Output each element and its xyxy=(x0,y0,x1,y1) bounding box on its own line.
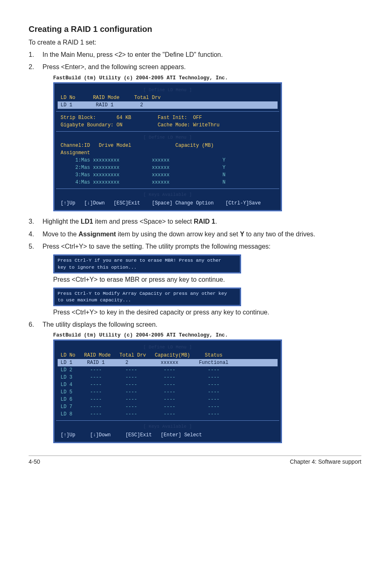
page-number: 4-50 xyxy=(29,458,40,465)
bios-message-box: Press Ctrl-Y to Modify Array Capacity or… xyxy=(53,287,241,306)
bios-selected-row: LD 1 RAID 1 2 xxxxxx Functional xyxy=(58,359,278,366)
step-text-bold: Assignment xyxy=(78,231,116,238)
step-text: Highlight the LD1 item and press <Space>… xyxy=(43,217,361,226)
bios-section-label: [ Define LD Menu ] xyxy=(58,87,278,94)
step-text-part: . xyxy=(215,218,217,225)
step-text-part: item by using the down arrow key and set xyxy=(116,231,240,238)
bios-panel-define-ld: [ Define LD Menu ] LD No RAID Mode Total… xyxy=(53,82,282,212)
step-text-bold: LD1 xyxy=(81,218,93,225)
bios-option-row: Strip Block: 64 KB Fast Init: OFF xyxy=(58,114,278,121)
section-heading: Creating a RAID 1 configuration xyxy=(29,25,361,34)
bios-keys-row: [↑]Up [↓]Down [ESC]Exit [Space] Change O… xyxy=(58,200,278,207)
step-number: 4. xyxy=(29,230,43,239)
chapter-title: Chapter 4: Software support xyxy=(290,458,361,465)
bios-ld-row: LD 2 ---- ---- ---- ---- xyxy=(58,366,278,374)
bios-header: Channel:ID Drive Model Capacity (MB) xyxy=(58,142,278,149)
bios-message-line: Press Ctrl-Y to Modify Array Capacity or… xyxy=(58,290,237,297)
bios-keys-row: [↑]Up [↓]Down [ESC]Exit [Enter] Select xyxy=(58,431,278,439)
bios-option-row: Gigabyte Boundary: ON Cache Mode: WriteT… xyxy=(58,121,278,129)
bios-header: LD No RAID Mode Total Drv xyxy=(58,94,278,101)
bios-section-label: [ Define LD Menu ] xyxy=(58,134,278,141)
bios-header: LD No RAID Mode Total Drv Capacity(MB) S… xyxy=(58,352,278,359)
bios-section-label: [ Keys Available ] xyxy=(58,423,278,430)
bios-title: FastBuild (tm) Utility (c) 2004-2005 ATI… xyxy=(53,75,282,81)
bios-drive-row: 4:Mas xxxxxxxxx xxxxxx N xyxy=(58,179,278,186)
step-number: 1. xyxy=(29,50,43,59)
bios-ld-row: LD 4 ---- ---- ---- ---- xyxy=(58,381,278,388)
step-text: Press <Enter>, and the following screen … xyxy=(43,63,361,72)
bios-ld-row: LD 6 ---- ---- ---- ---- xyxy=(58,396,278,403)
footer-divider xyxy=(29,456,361,456)
intro-text: To create a RAID 1 set: xyxy=(29,39,361,46)
step-text: Move to the Assignment item by using the… xyxy=(43,230,361,239)
bios-message-line: to use maxinum capacity... xyxy=(58,297,237,303)
bios-panel-ld-list: [ Define LD Menu ] LD No RAID Mode Total… xyxy=(53,339,282,443)
bios-drive-row: 2:Mas xxxxxxxxx xxxxxx Y xyxy=(58,164,278,171)
step-number: 5. xyxy=(29,242,43,251)
bios-ld-row: LD 8 ---- ---- ---- ---- xyxy=(58,411,278,418)
step-note: Press <Ctrl+Y> to erase MBR or press any… xyxy=(53,276,361,283)
step-text-part: Highlight the xyxy=(43,218,81,225)
step-text-part: Move to the xyxy=(43,231,78,238)
step-number: 6. xyxy=(29,320,43,329)
step-text: The utility displays the following scree… xyxy=(43,320,361,329)
bios-drive-row: 3:Mas xxxxxxxxx xxxxxx N xyxy=(58,171,278,179)
step-text: In the Main Menu, press <2> to enter the… xyxy=(43,50,361,59)
bios-message-line: key to ignore this option... xyxy=(58,264,237,271)
bios-message-box: Press Ctrl-Y if you are sure to erase MB… xyxy=(53,254,241,273)
step-text: Press <Ctrl+Y> to save the setting. The … xyxy=(43,242,361,251)
step-text-part: to any two of the drives. xyxy=(244,231,315,238)
bios-drive-row: 1:Mas xxxxxxxxx xxxxxx Y xyxy=(58,157,278,164)
bios-section-label: [ Keys Available ] xyxy=(58,191,278,198)
bios-title: FastBuild (tm) Utility (c) 2004-2005 ATI… xyxy=(53,332,282,338)
bios-ld-row: LD 5 ---- ---- ---- ---- xyxy=(58,388,278,396)
step-text-bold: Y xyxy=(240,231,244,238)
bios-header: Assignment xyxy=(58,149,278,157)
bios-ld-row: LD 3 ---- ---- ---- ---- xyxy=(58,374,278,381)
bios-section-label: [ Define LD Menu ] xyxy=(58,344,278,351)
step-note: Press <Ctrl+Y> to key in the desired cap… xyxy=(53,309,361,316)
step-text-part: item and press <Space> to select xyxy=(93,218,194,225)
step-text-bold: RAID 1 xyxy=(194,218,215,225)
bios-selected-row: LD 1 RAID 1 2 xyxy=(58,101,278,109)
step-number: 2. xyxy=(29,63,43,72)
bios-ld-row: LD 7 ---- ---- ---- ---- xyxy=(58,403,278,411)
step-number: 3. xyxy=(29,217,43,226)
bios-message-line: Press Ctrl-Y if you are sure to erase MB… xyxy=(58,257,237,264)
